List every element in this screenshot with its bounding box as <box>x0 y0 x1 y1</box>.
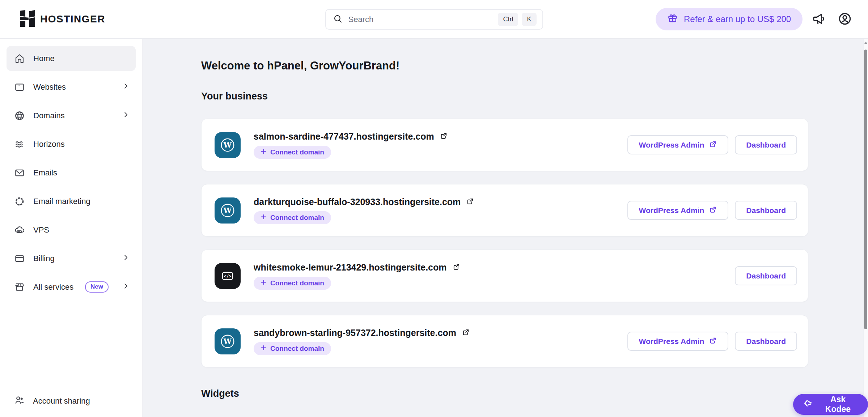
chevron-right-icon <box>122 82 130 92</box>
svg-text:W: W <box>223 337 232 346</box>
connect-domain-label: Connect domain <box>270 214 324 222</box>
wordpress-admin-button[interactable]: WordPress Admin <box>627 332 728 351</box>
sidebar-item-horizons[interactable]: Horizons <box>7 132 136 157</box>
scrollbar-thumb[interactable] <box>864 50 867 329</box>
sidebar-label-vps: VPS <box>33 225 130 235</box>
megaphone-icon <box>812 12 826 27</box>
dashboard-button[interactable]: Dashboard <box>735 266 797 285</box>
search-icon <box>333 14 343 25</box>
dashboard-label: Dashboard <box>746 141 786 149</box>
sidebar-item-vps[interactable]: VPS <box>7 217 136 242</box>
site-domain: darkturquoise-buffalo-320933.hostingersi… <box>254 197 461 207</box>
site-actions: WordPress Admin Dashboard <box>627 135 797 154</box>
plus-icon <box>261 279 267 287</box>
connect-domain-button[interactable]: Connect domain <box>254 146 331 159</box>
announcements-button[interactable] <box>810 11 827 27</box>
dashboard-label: Dashboard <box>746 337 786 346</box>
external-link-icon <box>440 132 448 141</box>
ask-kodee-button[interactable]: Ask Kodee <box>793 394 868 415</box>
connect-domain-label: Connect domain <box>270 279 324 287</box>
svg-text:</>: </> <box>224 273 232 278</box>
sidebar-item-email-marketing[interactable]: Email marketing <box>7 189 136 214</box>
sidebar-nav: Home Websites Domains <box>0 39 143 417</box>
connect-domain-label: Connect domain <box>270 148 324 156</box>
external-link-icon <box>709 140 717 150</box>
site-card: W salmon-sardine-477437.hostingersite.co… <box>201 119 808 171</box>
credit-card-icon <box>14 253 25 264</box>
site-domain-link[interactable]: salmon-sardine-477437.hostingersite.com <box>254 131 448 142</box>
browser-window-icon <box>14 82 25 93</box>
refer-earn-label: Refer & earn up to US$ 200 <box>684 14 791 24</box>
sidebar-item-billing[interactable]: Billing <box>7 246 136 271</box>
account-sharing-item[interactable]: Account sharing <box>14 395 90 408</box>
gift-icon <box>667 13 678 26</box>
site-domain-link[interactable]: sandybrown-starling-957372.hostingersite… <box>254 328 470 338</box>
site-actions: Dashboard <box>735 266 797 285</box>
connect-domain-label: Connect domain <box>270 345 324 353</box>
wordpress-icon: W <box>215 328 241 354</box>
storefront-icon <box>14 282 25 293</box>
sidebar-label-websites: Websites <box>33 82 114 92</box>
waves-icon <box>14 139 25 150</box>
wordpress-icon: W <box>215 132 241 158</box>
sidebar-label-domains: Domains <box>33 111 114 120</box>
dashboard-label: Dashboard <box>746 272 786 280</box>
global-search[interactable]: Ctrl K <box>325 9 543 30</box>
connect-domain-button[interactable]: Connect domain <box>254 277 331 290</box>
sidebar-item-emails[interactable]: Emails <box>7 160 136 185</box>
svg-text:W: W <box>223 141 232 149</box>
site-card: </> whitesmoke-lemur-213429.hostingersit… <box>201 250 808 302</box>
envelope-icon <box>14 167 25 178</box>
dashboard-button[interactable]: Dashboard <box>735 201 797 220</box>
sidebar-item-domains[interactable]: Domains <box>7 103 136 128</box>
sidebar-label-billing: Billing <box>33 254 114 263</box>
site-domain-link[interactable]: darkturquoise-buffalo-320933.hostingersi… <box>254 197 474 207</box>
site-card: W sandybrown-starling-957372.hostingersi… <box>201 315 808 367</box>
sidebar-label-home: Home <box>33 54 130 63</box>
page-title: Welcome to hPanel, GrowYourBrand! <box>201 59 868 72</box>
account-sharing-label: Account sharing <box>33 396 90 406</box>
widgets-heading: Widgets <box>201 388 868 399</box>
sidebar-label-all-services: All services <box>33 282 77 292</box>
site-card-list: W salmon-sardine-477437.hostingersite.co… <box>201 119 868 367</box>
sidebar-item-home[interactable]: Home <box>7 46 136 71</box>
sidebar-label-email-marketing: Email marketing <box>33 197 130 206</box>
wordpress-admin-button[interactable]: WordPress Admin <box>627 201 728 220</box>
site-domain-link[interactable]: whitesmoke-lemur-213429.hostingersite.co… <box>254 262 461 273</box>
scrollbar-up-arrow[interactable] <box>864 42 867 44</box>
profile-button[interactable] <box>837 11 853 27</box>
main-content: Welcome to hPanel, GrowYourBrand! Your b… <box>143 39 868 417</box>
external-link-icon <box>709 336 717 346</box>
home-icon <box>14 53 25 64</box>
plus-icon <box>261 148 267 156</box>
shortcut-key-ctrl: Ctrl <box>498 13 518 26</box>
hostinger-logo-text: HOSTINGER <box>40 13 105 25</box>
sidebar-label-emails: Emails <box>33 168 130 178</box>
site-info: sandybrown-starling-957372.hostingersite… <box>254 328 470 355</box>
refer-earn-button[interactable]: Refer & earn up to US$ 200 <box>656 8 803 30</box>
external-link-icon <box>466 197 474 207</box>
search-input[interactable] <box>348 15 495 24</box>
sidebar-item-websites[interactable]: Websites <box>7 75 136 99</box>
dashboard-button[interactable]: Dashboard <box>735 135 797 154</box>
sidebar-label-horizons: Horizons <box>33 140 130 149</box>
dashboard-button[interactable]: Dashboard <box>735 332 797 351</box>
site-domain: whitesmoke-lemur-213429.hostingersite.co… <box>254 262 447 273</box>
code-site-icon: </> <box>215 263 241 289</box>
people-icon <box>14 395 25 408</box>
connect-domain-button[interactable]: Connect domain <box>254 211 331 224</box>
scrollbar-track[interactable] <box>863 39 868 417</box>
shortcut-key-k: K <box>522 13 536 26</box>
wordpress-admin-button[interactable]: WordPress Admin <box>627 135 728 154</box>
plus-icon <box>261 214 267 222</box>
site-actions: WordPress Admin Dashboard <box>627 332 797 351</box>
dashboard-label: Dashboard <box>746 206 786 215</box>
site-domain: salmon-sardine-477437.hostingersite.com <box>254 131 434 142</box>
hostinger-logo[interactable]: HOSTINGER <box>20 0 105 38</box>
kodee-icon <box>803 398 813 410</box>
site-info: darkturquoise-buffalo-320933.hostingersi… <box>254 197 474 224</box>
connect-domain-button[interactable]: Connect domain <box>254 342 331 355</box>
wordpress-admin-label: WordPress Admin <box>639 141 704 149</box>
sidebar-item-all-services[interactable]: All services New <box>7 275 136 299</box>
your-business-heading: Your business <box>201 91 868 102</box>
